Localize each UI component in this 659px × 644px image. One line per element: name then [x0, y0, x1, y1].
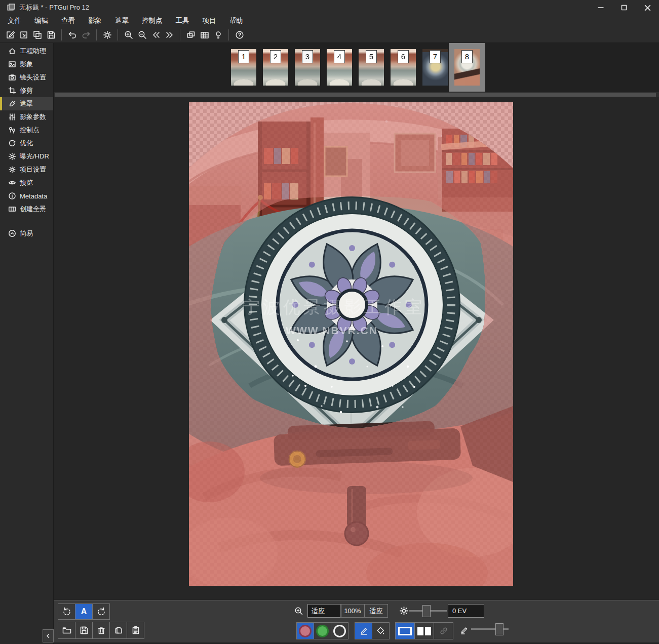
sidebar-item-project-settings[interactable]: 项目设置: [0, 163, 53, 176]
menu-item-control-points[interactable]: 控制点: [135, 15, 169, 27]
menubar: 文件 编辑 查看 影象 遮罩 控制点 工具 项目 帮助: [0, 15, 659, 27]
delete-mask-button[interactable]: [92, 622, 109, 638]
sidebar-item-images[interactable]: 影象: [0, 58, 53, 71]
zoom-fit-icon: [294, 606, 304, 616]
minimize-button[interactable]: [589, 0, 612, 15]
ev-slider-handle[interactable]: [422, 605, 431, 617]
dual-view-icon: [417, 627, 431, 635]
help-icon: [235, 30, 245, 40]
thumbnail-3[interactable]: 3: [295, 49, 320, 86]
zoom-100-button[interactable]: 100%: [341, 605, 364, 617]
panorama-editor-button[interactable]: [184, 28, 198, 42]
previous-image-button[interactable]: [149, 28, 163, 42]
sidebar-item-create-panorama[interactable]: 创建全景: [0, 203, 53, 216]
rotate-ccw-button[interactable]: [58, 604, 75, 619]
mask-color-group: [296, 622, 348, 639]
menu-item-file[interactable]: 文件: [1, 15, 28, 27]
brush-size-slider[interactable]: [471, 623, 509, 635]
menu-item-mask[interactable]: 遮罩: [108, 15, 135, 27]
copy-icon: [113, 625, 124, 635]
sidebar-item-preview[interactable]: 预览: [0, 176, 53, 189]
save-button[interactable]: [44, 28, 58, 42]
masked-image[interactable]: 宁波优景摄影工作室 WWW.NBVR.CN: [189, 102, 513, 586]
auto-rotate-button[interactable]: A: [75, 604, 92, 619]
help-button[interactable]: [232, 28, 246, 42]
toolbar-separator: [228, 29, 229, 41]
new-project-button[interactable]: [3, 28, 17, 42]
settings-button[interactable]: [100, 28, 114, 42]
ev-slider[interactable]: [409, 605, 447, 617]
link-views-button[interactable]: [434, 623, 453, 639]
zoom-fit-button[interactable]: 适应: [364, 605, 387, 617]
thumbnail-2[interactable]: 2: [263, 49, 288, 86]
menu-item-view[interactable]: 查看: [55, 15, 82, 27]
brush-size-slider-handle[interactable]: [495, 623, 503, 635]
undo-button[interactable]: [65, 28, 79, 42]
thumbnail-8[interactable]: 8: [454, 49, 480, 86]
eye-icon: [8, 179, 16, 187]
sidebar-item-image-parameters[interactable]: 影象参数: [0, 110, 53, 124]
paste-icon: [131, 625, 141, 635]
redo-button[interactable]: [79, 28, 93, 42]
menu-item-edit[interactable]: 编辑: [28, 15, 55, 27]
maximize-button[interactable]: [612, 0, 636, 15]
zoom-out-button[interactable]: [135, 28, 149, 42]
single-view-icon: [398, 627, 412, 635]
sidebar-item-label: 优化: [20, 139, 33, 148]
thumbnail-scrollbar[interactable]: [54, 92, 659, 97]
ev-value-input[interactable]: 0 EV: [448, 604, 484, 618]
windows-icon: [186, 30, 196, 40]
sidebar-item-project-assistant[interactable]: 工程助理: [0, 45, 53, 58]
gear-icon: [102, 30, 112, 40]
paste-mask-button[interactable]: [127, 622, 144, 638]
menu-item-project[interactable]: 项目: [196, 15, 223, 27]
sidebar-item-metadata[interactable]: Metadata: [0, 189, 53, 203]
rotate-cw-button[interactable]: [92, 604, 109, 619]
collapse-panel-button[interactable]: [43, 629, 54, 642]
fill-tool-button[interactable]: [372, 623, 389, 639]
grid-icon: [200, 30, 210, 40]
thumbnail-5[interactable]: 5: [359, 49, 384, 86]
open-project-button[interactable]: [17, 28, 30, 42]
next-image-button[interactable]: [163, 28, 176, 42]
sun-icon: [8, 152, 16, 160]
sidebar-item-simple-mode[interactable]: 简易: [0, 227, 53, 240]
watermark-line1: 宁波优景摄影工作室: [243, 297, 425, 316]
save-mask-button[interactable]: [75, 622, 92, 638]
single-view-button[interactable]: [396, 623, 414, 639]
sidebar: 工程助理 影象 镜头设置 修剪 遮罩 影象参数 控制点 优化 曝光/HDR 项目…: [0, 43, 54, 644]
mask-red-button[interactable]: [297, 623, 314, 639]
detail-grid-button[interactable]: [198, 28, 211, 42]
mask-erase-button[interactable]: [331, 623, 348, 639]
zoom-level-input[interactable]: 适应: [307, 604, 341, 618]
mask-green-button[interactable]: [314, 623, 331, 639]
sidebar-item-label: 控制点: [20, 126, 40, 135]
sidebar-item-lens-settings[interactable]: 镜头设置: [0, 71, 53, 84]
sidebar-item-exposure-hdr[interactable]: 曝光/HDR: [0, 150, 53, 163]
menu-item-images[interactable]: 影象: [82, 15, 108, 27]
map-pins-icon: [8, 126, 16, 134]
sidebar-item-optimize[interactable]: 优化: [0, 137, 53, 150]
brush-size-pencil-icon: [459, 625, 469, 635]
brush-tool-button[interactable]: [355, 623, 372, 639]
load-mask-button[interactable]: [58, 622, 75, 638]
thumbnail-6[interactable]: 6: [391, 49, 416, 86]
close-button[interactable]: [636, 0, 659, 15]
zoom-in-button[interactable]: [122, 28, 135, 42]
sidebar-item-control-points[interactable]: 控制点: [0, 124, 53, 137]
red-mask-circle-icon: [299, 625, 312, 637]
menu-item-tools[interactable]: 工具: [169, 15, 196, 27]
thumbnail-4[interactable]: 4: [327, 49, 352, 86]
rotate-ccw-icon: [62, 607, 72, 617]
thumbnail-7[interactable]: 7: [422, 49, 448, 86]
dual-view-button[interactable]: [414, 623, 434, 639]
sidebar-item-crop[interactable]: 修剪: [0, 84, 53, 97]
thumbnail-number: 2: [270, 50, 281, 63]
sidebar-item-mask[interactable]: 遮罩: [0, 97, 53, 110]
tips-button[interactable]: [211, 28, 225, 42]
copy-mask-button[interactable]: [109, 622, 127, 638]
menu-item-help[interactable]: 帮助: [223, 15, 250, 27]
thumbnail-scrollbar-thumb[interactable]: [55, 93, 656, 97]
thumbnail-1[interactable]: 1: [231, 49, 256, 86]
duplicate-button[interactable]: [30, 28, 44, 42]
